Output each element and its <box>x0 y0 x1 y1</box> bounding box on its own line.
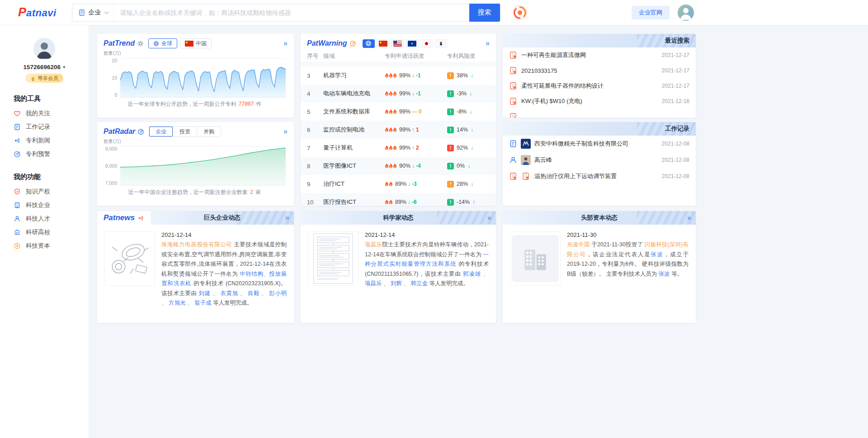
more-arrow-icon[interactable] <box>687 214 691 221</box>
gear-icon[interactable] <box>137 40 144 47</box>
promo-badge-icon[interactable] <box>512 5 528 20</box>
worklog-item[interactable]: 高云峰 2021-12-08 <box>503 152 696 168</box>
region-filter-us[interactable] <box>392 39 404 48</box>
risk-value: 14% <box>457 127 468 133</box>
news-link[interactable]: 珠海格力电器股份有限公司 <box>161 241 232 248</box>
news-link[interactable]: 彭小明 <box>269 290 287 297</box>
news-text: 、 <box>402 280 410 287</box>
search-category-dropdown[interactable]: 企业 <box>72 4 114 21</box>
radar-tab-enterprise[interactable]: 企业 <box>149 127 173 137</box>
warning-table-row[interactable]: 5 文件系统和数据库 99% — 0 ! -8% ↓ <box>301 103 496 121</box>
more-arrow-icon[interactable] <box>285 214 289 221</box>
row-number: 5 <box>307 108 323 115</box>
company-logo-thumbnail <box>521 139 531 149</box>
warning-table-row[interactable]: 2 信息处理物联网 100% — 0 ! — <box>301 62 496 66</box>
eu-flag-icon <box>408 41 416 47</box>
news-link[interactable]: 刘建 <box>199 290 211 297</box>
news-text: 、 <box>211 290 220 297</box>
sidebar-item-ip[interactable]: 知识产权 <box>14 185 89 198</box>
row-number: 7 <box>307 145 323 151</box>
sidebar-item-warning[interactable]: 专利预警 <box>14 147 89 161</box>
news-link[interactable]: 郭凌雄 <box>463 271 481 277</box>
y-axis-tick: 10 <box>112 75 117 80</box>
news-link[interactable]: 项昌乐 <box>365 280 382 287</box>
sidebar-item-college[interactable]: 科研高校 <box>14 226 89 239</box>
recent-search-item[interactable]: KW:(手机) $W10 (充电) 2021-12-16 <box>503 94 696 109</box>
sidebar-item-news[interactable]: 专利新闻 <box>14 134 89 147</box>
region-filter-jp[interactable] <box>420 39 433 48</box>
activity-value: 90% <box>399 163 410 169</box>
news-text: 院士主要技术方向是特种车辆传动，2021-12-14在车辆系统联合控制领域公开了… <box>365 241 489 258</box>
search-input[interactable] <box>114 9 469 16</box>
recent-search-item[interactable]: 一种可再生能源直流微网 2021-12-17 <box>503 47 696 63</box>
more-arrow-icon[interactable] <box>283 40 288 47</box>
recent-search-item[interactable]: 柔性可延展电子器件的结构设计 2021-12-17 <box>503 78 696 94</box>
risk-value: -8% <box>457 108 467 115</box>
sidebar-item-talent[interactable]: 科技人才 <box>14 212 89 226</box>
account-phone[interactable]: 15726696206 <box>0 64 89 71</box>
patent-thumbnail <box>521 171 531 181</box>
activity-cell: 89% ↓ -3 <box>385 181 447 187</box>
news-link[interactable]: 翁子成 <box>194 300 212 306</box>
more-arrow-icon[interactable] <box>486 40 490 47</box>
radar-tab-investment[interactable]: 投资 <box>173 127 197 137</box>
user-avatar[interactable] <box>678 5 694 21</box>
flame-icons <box>385 181 393 187</box>
news-link[interactable]: 张波 <box>651 251 664 258</box>
warning-table-row[interactable]: 10 医疗报告ICT 89% ↓ -6 ! -14% ↑ <box>301 193 496 206</box>
risk-level-icon: ! <box>447 199 454 206</box>
warning-table-row[interactable]: 3 机器学习 99% ↓ -1 ! 38% ↓ <box>301 66 496 85</box>
sidebar-item-follow[interactable]: 我的关注 <box>14 107 89 120</box>
news-link[interactable]: 光速中国 <box>567 241 590 248</box>
news-link[interactable]: 衣震旭 <box>220 290 238 297</box>
company-registration-area-chart <box>120 146 286 186</box>
chevron-down-icon <box>104 9 109 14</box>
profile-avatar[interactable] <box>33 38 55 60</box>
trend-tab-china[interactable]: 中国 <box>180 38 212 48</box>
risk-cell: ! 0% ↓ <box>447 163 496 170</box>
trend-caption: 近一年全球专利公开趋势，近一周新公开专利 77897 件 <box>104 98 286 108</box>
sidebar-item-capital[interactable]: 科技资本 <box>14 239 89 253</box>
logo-text: atnavi <box>26 7 57 19</box>
warning-table[interactable]: 2 信息处理物联网 100% — 0 ! — 3 机器学习 99% ↓ -1 !… <box>301 62 496 206</box>
warning-table-row[interactable]: 6 监控或控制电池 99% ↑ 1 ! 14% ↓ <box>301 121 496 139</box>
warning-table-row[interactable]: 4 电动车辆电池充电 99% ↓ -1 ! -3% ↓ <box>301 85 496 103</box>
membership-badge[interactable]: 尊享会员 <box>25 74 63 83</box>
news-link[interactable]: 韩立金 <box>410 280 428 287</box>
sidebar-item-enterprise[interactable]: 科技企业 <box>14 198 89 212</box>
more-arrow-icon[interactable] <box>283 128 288 135</box>
radar-tab-merger[interactable]: 并购 <box>197 127 221 137</box>
worklog-item[interactable]: 温热治疗仪用上下运动调节装置 2021-12-08 <box>503 168 696 184</box>
worklog-item[interactable]: 西安中科微精光子制造科技有限公司 2021-12-08 <box>503 136 696 152</box>
region-filter-global[interactable] <box>363 39 375 48</box>
more-arrow-icon[interactable] <box>487 214 491 221</box>
warning-table-row[interactable]: 7 量子计算机 99% ↑ 2 ! 92% ↓ <box>301 139 496 157</box>
activity-trend-icon: ↓ <box>412 163 415 169</box>
college-icon <box>14 229 21 236</box>
patnavi-logo[interactable]: P atnavi <box>18 5 57 19</box>
news-link[interactable]: 刘辉 <box>391 280 402 287</box>
warning-table-row[interactable]: 8 医学图像ICT 90% ↓ -4 ! 0% ↓ <box>301 157 496 175</box>
news-link[interactable]: 张波 <box>659 271 670 277</box>
ip-icon <box>14 188 21 195</box>
news-link[interactable]: 项昌乐 <box>365 241 382 248</box>
news-link[interactable]: 肖毅 <box>248 290 259 297</box>
trend-tab-global[interactable]: 全球 <box>148 38 177 48</box>
tech-field-label: 机器学习 <box>323 71 385 80</box>
sidebar-item-worklog[interactable]: 工作记录 <box>14 120 89 134</box>
region-filter-eu[interactable] <box>406 39 418 48</box>
enterprise-site-button[interactable]: 企业官网 <box>632 6 670 19</box>
warning-table-row[interactable]: 9 治疗ICT 89% ↓ -3 ! 28% ↓ <box>301 175 496 193</box>
jp-flag-icon <box>422 41 431 47</box>
region-filter-cn[interactable] <box>377 39 389 48</box>
column-header: 序号 <box>307 52 323 60</box>
medal-icon <box>30 75 36 81</box>
flame-icons <box>385 109 397 114</box>
sidebar-item-label: 我的关注 <box>26 109 50 118</box>
activity-delta: -3 <box>412 181 417 187</box>
recent-search-item[interactable] <box>503 109 696 118</box>
recent-search-item[interactable]: 20210333175 2021-12-17 <box>503 63 696 78</box>
search-button[interactable]: 搜索 <box>469 4 500 22</box>
news-link[interactable]: 方旭光 <box>169 300 186 306</box>
region-filter-kr[interactable] <box>435 39 447 48</box>
